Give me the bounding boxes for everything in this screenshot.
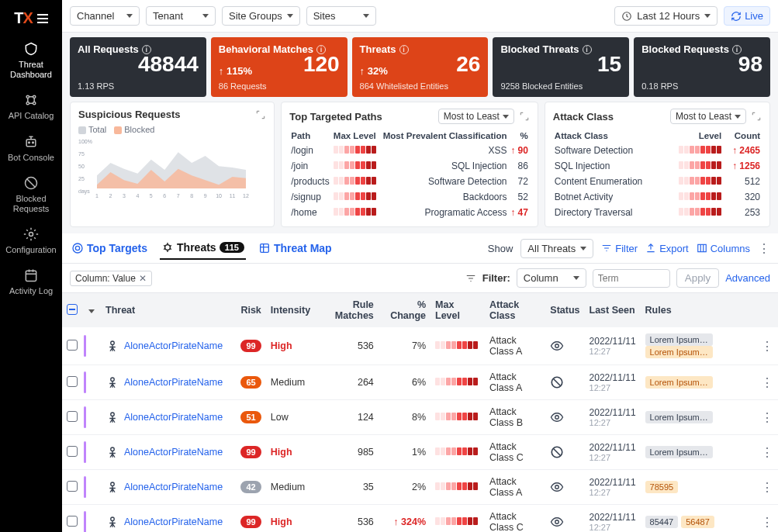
row-more-icon[interactable]: ⋮ bbox=[761, 376, 773, 389]
table-row[interactable]: AloneActorPirateName99High9851%Attack Cl… bbox=[62, 435, 778, 470]
close-icon[interactable]: ✕ bbox=[139, 273, 147, 284]
sidebar-item-activity-log[interactable]: Activity Log bbox=[9, 268, 53, 296]
svg-point-6 bbox=[33, 142, 34, 143]
ban-icon[interactable] bbox=[550, 375, 579, 389]
table-row[interactable]: /joinSQL Injection86 bbox=[289, 158, 530, 174]
row-more-icon[interactable]: ⋮ bbox=[761, 446, 773, 459]
table-row[interactable]: Content Enumeration512 bbox=[553, 174, 762, 189]
filter-term-input[interactable] bbox=[593, 269, 670, 288]
nav-icon bbox=[23, 92, 39, 108]
eye-icon[interactable] bbox=[550, 339, 579, 353]
filter-chip[interactable]: Column: Value✕ bbox=[70, 271, 152, 286]
expand-icon[interactable] bbox=[255, 109, 266, 120]
svg-point-38 bbox=[555, 416, 559, 420]
threat-link[interactable]: AloneActorPirateName bbox=[105, 410, 231, 424]
svg-text:25: 25 bbox=[78, 176, 85, 181]
rule-tag[interactable]: 85447 bbox=[645, 516, 679, 528]
rule-tag[interactable]: Lorem Ipsum… bbox=[645, 333, 713, 346]
logo[interactable]: TX bbox=[14, 6, 48, 33]
sidebar-item-bot-console[interactable]: Bot Console bbox=[8, 134, 54, 163]
sidebar-item-blocked-requests[interactable]: BlockedRequests bbox=[13, 175, 49, 214]
tab-top-targets[interactable]: Top Targets bbox=[70, 237, 149, 259]
eye-icon[interactable] bbox=[550, 410, 579, 424]
sidebar-item-configuration[interactable]: Configuration bbox=[5, 226, 56, 255]
row-more-icon[interactable]: ⋮ bbox=[761, 340, 773, 353]
row-checkbox[interactable] bbox=[67, 446, 78, 457]
expand-icon[interactable] bbox=[751, 111, 762, 122]
filter-column-select[interactable]: Column bbox=[517, 268, 586, 288]
refresh-icon bbox=[731, 11, 742, 22]
filter-button[interactable]: Filter bbox=[601, 243, 638, 254]
row-more-icon[interactable]: ⋮ bbox=[761, 411, 773, 424]
export-button[interactable]: Export bbox=[645, 243, 689, 254]
svg-point-41 bbox=[111, 482, 115, 486]
eye-icon[interactable] bbox=[550, 480, 579, 494]
live-button[interactable]: Live bbox=[724, 6, 770, 26]
row-more-icon[interactable]: ⋮ bbox=[761, 516, 773, 529]
rule-tag[interactable]: Lorem Ipsum… bbox=[645, 376, 713, 389]
threat-link[interactable]: AloneActorPirateName bbox=[105, 375, 231, 389]
tab-threat-map[interactable]: Threat Map bbox=[257, 237, 334, 259]
info-icon[interactable]: i bbox=[399, 45, 409, 54]
row-more-icon[interactable]: ⋮ bbox=[761, 481, 773, 494]
kpi-blocked-requests: Blocked Requestsi980.18 RPS bbox=[634, 37, 770, 97]
row-checkbox[interactable] bbox=[67, 481, 78, 492]
filter-icon bbox=[601, 243, 612, 254]
svg-point-29 bbox=[75, 246, 79, 250]
table-row[interactable]: AloneActorPirateName65Medium2646%Attack … bbox=[62, 365, 778, 400]
timerange-picker[interactable]: Last 12 Hours bbox=[614, 6, 717, 26]
info-icon[interactable]: i bbox=[142, 45, 151, 54]
table-row[interactable]: SQL Injection↑ 1256 bbox=[553, 158, 762, 174]
show-dropdown[interactable]: All Threats bbox=[520, 239, 593, 258]
filter-channel[interactable]: Channel bbox=[70, 6, 140, 26]
row-checkbox[interactable] bbox=[67, 516, 78, 527]
sort-dropdown[interactable]: Most to Least bbox=[438, 109, 514, 124]
rule-tag[interactable]: Lorem Ipsum… bbox=[645, 411, 713, 423]
filter-tenant[interactable]: Tenant bbox=[146, 6, 216, 26]
table-row[interactable]: AloneActorPirateName99High536↑ 324%Attac… bbox=[62, 505, 778, 533]
filter-sites[interactable]: Sites bbox=[306, 6, 376, 26]
rule-tag[interactable]: Lorem Ipsum… bbox=[645, 446, 713, 458]
info-icon[interactable]: i bbox=[583, 45, 592, 54]
advanced-link[interactable]: Advanced bbox=[725, 272, 770, 284]
table-row[interactable]: /productsSoftware Detection72 bbox=[289, 174, 530, 189]
row-checkbox[interactable] bbox=[67, 340, 78, 351]
apply-button[interactable]: Apply bbox=[676, 268, 719, 288]
sidebar-item-api-catalog[interactable]: API Catalog bbox=[9, 92, 54, 121]
sort-dropdown[interactable]: Most to Least bbox=[670, 109, 746, 124]
more-icon[interactable]: ⋮ bbox=[758, 241, 770, 256]
ban-icon[interactable] bbox=[550, 445, 579, 459]
sidebar: TX ThreatDashboardAPI CatalogBot Console… bbox=[0, 0, 62, 532]
threat-link[interactable]: AloneActorPirateName bbox=[105, 515, 231, 529]
chevron-down-icon[interactable] bbox=[88, 309, 95, 313]
menu-icon[interactable] bbox=[37, 14, 48, 23]
tab-threats[interactable]: Threats 115 bbox=[160, 237, 246, 260]
threat-link[interactable]: AloneActorPirateName bbox=[105, 480, 231, 494]
table-row[interactable]: Botnet Activity320 bbox=[553, 189, 762, 205]
select-all-checkbox[interactable] bbox=[67, 304, 78, 315]
rule-tag[interactable]: Lorem Ipsum… bbox=[645, 346, 713, 358]
expand-icon[interactable] bbox=[519, 111, 530, 122]
table-row[interactable]: /homeProgramatic Access↑ 47 bbox=[289, 205, 530, 220]
table-row[interactable]: AloneActorPirateName42Medium352%Attack C… bbox=[62, 470, 778, 505]
row-checkbox[interactable] bbox=[67, 376, 78, 387]
table-row[interactable]: /signupBackdoors52 bbox=[289, 189, 530, 205]
rule-tag[interactable]: 56487 bbox=[681, 516, 714, 528]
columns-button[interactable]: Columns bbox=[697, 243, 750, 254]
table-row[interactable]: AloneActorPirateName99High5367%Attack Cl… bbox=[62, 327, 778, 365]
rule-tag[interactable]: 78595 bbox=[645, 481, 679, 493]
info-icon[interactable]: i bbox=[316, 45, 326, 54]
table-row[interactable]: AloneActorPirateName51Low1248%Attack Cla… bbox=[62, 400, 778, 435]
svg-point-43 bbox=[111, 517, 115, 521]
svg-point-42 bbox=[555, 485, 559, 489]
sidebar-item-threat-dashboard[interactable]: ThreatDashboard bbox=[10, 41, 52, 80]
threat-link[interactable]: AloneActorPirateName bbox=[105, 339, 231, 353]
row-checkbox[interactable] bbox=[67, 411, 78, 422]
filter-site-groups[interactable]: Site Groups bbox=[222, 6, 300, 26]
table-row[interactable]: Software Detection↑ 2465 bbox=[553, 143, 762, 158]
threat-link[interactable]: AloneActorPirateName bbox=[105, 445, 231, 459]
info-icon[interactable]: i bbox=[732, 45, 742, 54]
table-row[interactable]: /loginXSS↑ 90 bbox=[289, 143, 530, 158]
eye-icon[interactable] bbox=[550, 515, 579, 529]
table-row[interactable]: Directory Traversal253 bbox=[553, 205, 762, 220]
